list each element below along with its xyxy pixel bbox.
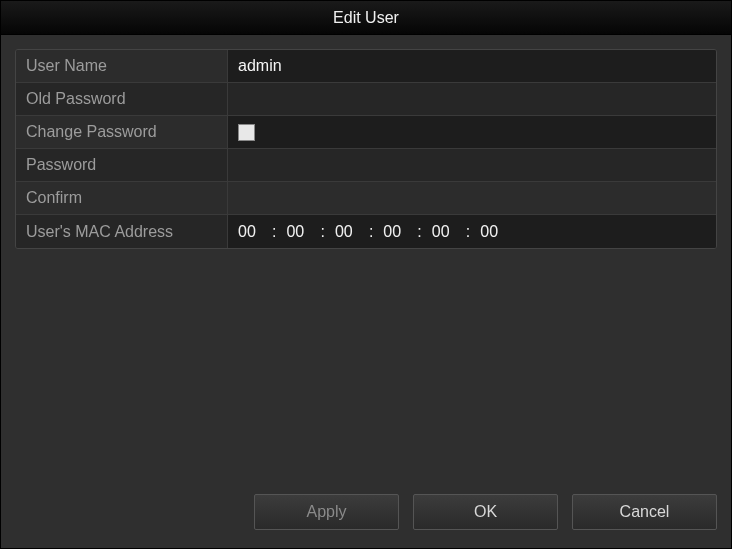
mac-seg-5[interactable]: 00 xyxy=(480,223,504,241)
confirm-input[interactable] xyxy=(238,189,706,207)
apply-button[interactable]: Apply xyxy=(254,494,399,530)
dialog-footer: Apply OK Cancel xyxy=(1,488,731,548)
mac-sep: : xyxy=(369,223,373,241)
dialog-title: Edit User xyxy=(1,1,731,35)
label-password: Password xyxy=(16,149,228,181)
dialog-title-text: Edit User xyxy=(333,9,399,27)
mac-seg-2[interactable]: 00 xyxy=(335,223,359,241)
cancel-button[interactable]: Cancel xyxy=(572,494,717,530)
form-content: User Name Old Password Change Password P… xyxy=(1,35,731,488)
row-user-name: User Name xyxy=(16,50,716,83)
row-mac-address: User's MAC Address 00 :00 :00 :00 :00 :0… xyxy=(16,215,716,248)
form-table: User Name Old Password Change Password P… xyxy=(15,49,717,249)
mac-sep: : xyxy=(466,223,470,241)
label-user-name: User Name xyxy=(16,50,228,82)
row-change-password: Change Password xyxy=(16,116,716,149)
cell-change-password xyxy=(228,116,716,148)
label-old-password: Old Password xyxy=(16,83,228,115)
cell-confirm xyxy=(228,182,716,214)
row-old-password: Old Password xyxy=(16,83,716,116)
mac-seg-0[interactable]: 00 xyxy=(238,223,262,241)
label-change-password: Change Password xyxy=(16,116,228,148)
label-confirm: Confirm xyxy=(16,182,228,214)
mac-seg-3[interactable]: 00 xyxy=(383,223,407,241)
mac-sep: : xyxy=(320,223,324,241)
user-name-input[interactable] xyxy=(238,57,706,75)
cell-password xyxy=(228,149,716,181)
row-password: Password xyxy=(16,149,716,182)
row-confirm: Confirm xyxy=(16,182,716,215)
cell-old-password xyxy=(228,83,716,115)
mac-sep: : xyxy=(417,223,421,241)
mac-seg-1[interactable]: 00 xyxy=(286,223,310,241)
mac-sep: : xyxy=(272,223,276,241)
cell-user-name xyxy=(228,50,716,82)
ok-button[interactable]: OK xyxy=(413,494,558,530)
mac-input-group[interactable]: 00 :00 :00 :00 :00 :00 xyxy=(238,223,504,241)
password-input[interactable] xyxy=(238,156,706,174)
mac-seg-4[interactable]: 00 xyxy=(432,223,456,241)
old-password-input[interactable] xyxy=(238,90,706,108)
cell-mac-address: 00 :00 :00 :00 :00 :00 xyxy=(228,215,716,248)
change-password-checkbox[interactable] xyxy=(238,124,255,141)
label-mac-address: User's MAC Address xyxy=(16,215,228,248)
